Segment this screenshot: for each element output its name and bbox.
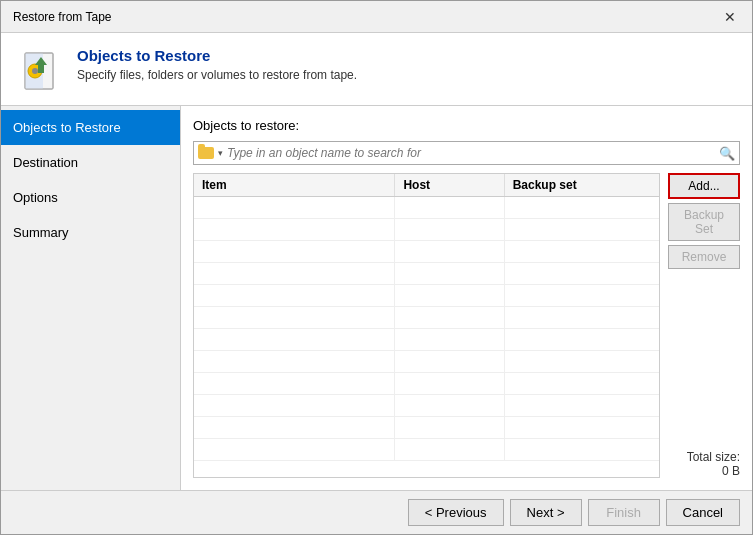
table-row [194, 373, 659, 395]
folder-icon [198, 147, 214, 159]
add-button[interactable]: Add... [668, 173, 740, 199]
search-input[interactable] [227, 146, 715, 160]
close-button[interactable]: ✕ [720, 7, 740, 27]
total-size-label: Total size: [668, 450, 740, 464]
main-panel: Objects to restore: ▾ 🔍 Item Host Backup… [181, 106, 752, 490]
table-row [194, 395, 659, 417]
table-row [194, 307, 659, 329]
total-size-value: 0 B [668, 464, 740, 478]
col-backup-set: Backup set [505, 174, 659, 196]
restore-icon [17, 47, 65, 95]
sidebar-item-destination[interactable]: Destination [1, 145, 180, 180]
table-row [194, 197, 659, 219]
table-row [194, 417, 659, 439]
objects-label: Objects to restore: [193, 118, 740, 133]
table-row [194, 285, 659, 307]
total-size-area: Total size: 0 B [668, 446, 740, 478]
sidebar-item-objects-to-restore[interactable]: Objects to Restore [1, 110, 180, 145]
svg-point-4 [32, 68, 38, 74]
dialog-title: Restore from Tape [13, 10, 112, 24]
content-area: Objects to Restore Destination Options S… [1, 106, 752, 490]
dropdown-arrow[interactable]: ▾ [218, 148, 223, 158]
col-item: Item [194, 174, 395, 196]
cancel-button[interactable]: Cancel [666, 499, 740, 526]
col-host: Host [395, 174, 504, 196]
search-icon[interactable]: 🔍 [719, 146, 735, 161]
table-row [194, 439, 659, 461]
table-row [194, 241, 659, 263]
search-bar: ▾ 🔍 [193, 141, 740, 165]
side-buttons: Add... Backup Set Remove Total size: 0 B [660, 173, 740, 478]
title-bar: Restore from Tape ✕ [1, 1, 752, 33]
header-title: Objects to Restore [77, 47, 357, 64]
table-body [194, 197, 659, 477]
header-subtitle: Specify files, folders or volumes to res… [77, 68, 357, 82]
dialog: Restore from Tape ✕ Objects to Restore S… [0, 0, 753, 535]
remove-button[interactable]: Remove [668, 245, 740, 269]
sidebar-item-options[interactable]: Options [1, 180, 180, 215]
table-header: Item Host Backup set [194, 174, 659, 197]
header-text: Objects to Restore Specify files, folder… [77, 47, 357, 82]
table-row [194, 263, 659, 285]
sidebar-item-summary[interactable]: Summary [1, 215, 180, 250]
table-row [194, 329, 659, 351]
table-row [194, 219, 659, 241]
header-area: Objects to Restore Specify files, folder… [1, 33, 752, 106]
next-button[interactable]: Next > [510, 499, 582, 526]
footer: < Previous Next > Finish Cancel [1, 490, 752, 534]
backup-set-button[interactable]: Backup Set [668, 203, 740, 241]
table-row [194, 351, 659, 373]
objects-table: Item Host Backup set [193, 173, 660, 478]
finish-button[interactable]: Finish [588, 499, 660, 526]
sidebar: Objects to Restore Destination Options S… [1, 106, 181, 490]
previous-button[interactable]: < Previous [408, 499, 504, 526]
